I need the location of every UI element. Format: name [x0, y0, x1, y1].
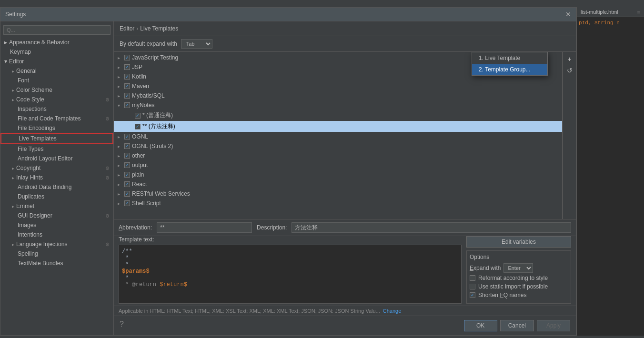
group-checkbox[interactable]	[124, 162, 130, 168]
popup-item-livetemplate[interactable]: 1. Live Template	[472, 52, 547, 64]
group-react[interactable]: ▸ React	[114, 179, 562, 189]
ok-button[interactable]: OK	[464, 320, 497, 331]
sidebar-item-guidesigner[interactable]: GUI Designer ⚙	[0, 211, 113, 220]
group-output[interactable]: ▸ output	[114, 160, 562, 170]
group-checkbox[interactable]	[124, 134, 130, 139]
bottom-panels: Abbreviation: Description: Template text…	[114, 219, 576, 316]
sidebar-item-textmate[interactable]: TextMate Bundles	[0, 258, 113, 268]
applicable-label: Applicable in HTML: HTML Text; HTML; XML…	[119, 308, 380, 314]
dialog-buttons: ? OK Cancel Apply	[114, 316, 576, 335]
undo-button[interactable]: ↺	[564, 65, 575, 76]
shorten-checkbox[interactable]	[470, 292, 475, 298]
langinjections-arrow-icon: ▸	[12, 242, 14, 247]
group-checkbox[interactable]	[124, 74, 130, 80]
abbreviation-input[interactable]	[157, 222, 252, 233]
add-button[interactable]: +	[564, 54, 575, 64]
group-checkbox[interactable]	[124, 83, 130, 89]
group-arrow-icon: ▸	[118, 163, 122, 168]
sidebar-item-colorscheme[interactable]: ▸ Color Scheme	[0, 85, 113, 95]
group-arrow-icon: ▸	[118, 134, 122, 139]
help-icon[interactable]: ?	[120, 320, 124, 331]
dialog-titlebar: Settings ✕	[0, 8, 576, 21]
sidebar-item-languageinjections[interactable]: ▸ Language Injections ⚙	[0, 239, 113, 249]
group-label: OGNL (Struts 2)	[132, 143, 173, 149]
sidebar-item-font[interactable]: Font	[0, 76, 113, 85]
group-checkbox[interactable]	[124, 55, 130, 60]
template-item-common-comment[interactable]: * (普通注释)	[114, 110, 562, 121]
sidebar-item-general[interactable]: ▸ General	[0, 66, 113, 76]
reformat-checkbox[interactable]	[470, 275, 475, 281]
template-line-3: *	[122, 261, 458, 268]
group-label: Mybatis/SQL	[132, 92, 165, 99]
group-checkbox[interactable]	[124, 200, 130, 206]
expand-down-icon: ▾	[4, 58, 7, 65]
template-editor[interactable]: /** * * $params$ * * @return $return$	[119, 245, 462, 304]
sidebar-item-duplicates[interactable]: Duplicates	[0, 192, 113, 201]
dialog-title: Settings	[5, 11, 26, 18]
popup-item-templategroup[interactable]: 2. Template Group...	[472, 64, 547, 75]
sidebar-item-intentions[interactable]: Intentions	[0, 230, 113, 239]
codestyle-icon: ⚙	[105, 97, 110, 102]
usestatic-checkbox[interactable]	[470, 284, 475, 289]
expand-with-dropdown[interactable]: Enter Tab Space	[503, 263, 533, 273]
sidebar-item-codestyle[interactable]: ▸ Code Style ⚙	[0, 95, 113, 104]
group-ognl-struts[interactable]: ▸ OGNL (Struts 2)	[114, 141, 562, 151]
sidebar-item-appearance[interactable]: ▸ Appearance & Behavior	[0, 38, 113, 47]
description-input[interactable]	[292, 222, 571, 233]
sidebar-item-inlayhints[interactable]: ▸ Inlay Hints ⚙	[0, 173, 113, 182]
sidebar-item-copyright[interactable]: ▸ Copyright ⚙	[0, 163, 113, 173]
filetemplates-label: File and Code Templates	[18, 115, 81, 122]
cancel-button[interactable]: Cancel	[500, 320, 534, 331]
group-mynotes[interactable]: ▾ myNotes	[114, 100, 562, 110]
group-checkbox[interactable]	[124, 181, 130, 187]
group-checkbox[interactable]	[124, 153, 130, 159]
sidebar-item-androiddatabinding[interactable]: Android Data Binding	[0, 182, 113, 192]
inspections-label: Inspections	[18, 106, 47, 112]
group-checkbox[interactable]	[124, 102, 130, 108]
close-button[interactable]: ✕	[565, 10, 571, 18]
group-label: JSP	[132, 64, 142, 70]
group-ognl[interactable]: ▸ OGNL	[114, 132, 562, 141]
sidebar-item-keymap[interactable]: Keymap	[0, 47, 113, 57]
group-checkbox[interactable]	[124, 191, 130, 197]
group-checkbox[interactable]	[124, 172, 130, 178]
group-arrow-icon: ▸	[118, 172, 122, 178]
search-input[interactable]	[3, 25, 111, 35]
expand-with-select[interactable]: Tab Enter Space	[181, 39, 212, 49]
group-shellscript[interactable]: ▸ Shell Script	[114, 199, 562, 208]
group-restful[interactable]: ▸ RESTful Web Services	[114, 189, 562, 199]
sidebar-item-images[interactable]: Images	[0, 220, 113, 230]
sidebar-item-androidlayout[interactable]: Android Layout Editor	[0, 154, 113, 163]
template-item-method-comment[interactable]: ** (方法注释)	[114, 121, 562, 132]
item-checkbox[interactable]	[135, 113, 141, 119]
general-label: General	[16, 68, 37, 74]
sidebar-item-fileencodings[interactable]: File Encodings	[0, 123, 113, 133]
group-checkbox[interactable]	[124, 143, 130, 149]
tab-menu-icon[interactable]: ≡	[637, 9, 640, 15]
group-other[interactable]: ▸ other	[114, 151, 562, 160]
toolbar-label: By default expand with	[120, 40, 177, 47]
sidebar-item-emmet[interactable]: ▸ Emmet	[0, 201, 113, 211]
apply-button[interactable]: Apply	[537, 320, 570, 331]
sidebar-item-spelling[interactable]: Spelling	[0, 249, 113, 258]
group-checkbox[interactable]	[124, 64, 130, 70]
popup-item-label: 1. Live Template	[479, 55, 520, 61]
group-arrow-icon: ▸	[118, 182, 122, 187]
sidebar-item-livetemplates[interactable]: Live Templates	[0, 133, 113, 144]
group-maven[interactable]: ▸ Maven	[114, 81, 562, 91]
editor-tab[interactable]: list-multiple.html ≡	[577, 7, 644, 17]
sidebar-item-inspections[interactable]: Inspections	[0, 104, 113, 114]
item-checkbox[interactable]	[135, 124, 141, 129]
group-mybatis[interactable]: ▸ Mybatis/SQL	[114, 91, 562, 100]
options-section: Options Expand with Enter Tab Space	[466, 250, 571, 304]
group-plain[interactable]: ▸ plain	[114, 170, 562, 179]
group-checkbox[interactable]	[124, 93, 130, 99]
group-arrow-icon: ▸	[118, 201, 122, 206]
sidebar-item-filetemplates[interactable]: File and Code Templates ⚙	[0, 114, 113, 123]
sidebar-item-editor[interactable]: ▾ Editor	[0, 57, 113, 66]
edit-variables-button[interactable]: Edit variables	[466, 236, 571, 248]
sidebar: ▸ Appearance & Behavior Keymap ▾ Editor …	[0, 21, 114, 335]
sidebar-item-filetypes[interactable]: File Types	[0, 144, 113, 154]
template-line-6: * @return $return$	[122, 281, 458, 288]
change-link[interactable]: Change	[383, 308, 402, 314]
